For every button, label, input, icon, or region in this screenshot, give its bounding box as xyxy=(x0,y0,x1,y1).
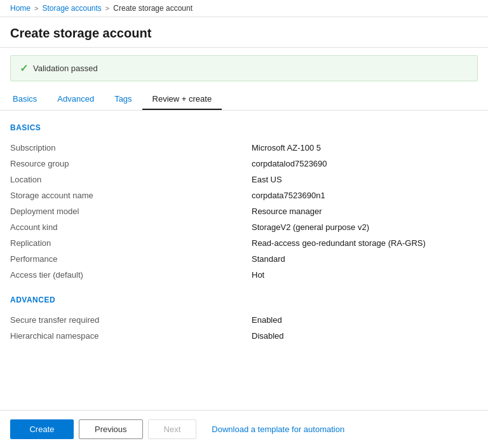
breadcrumb-bar: Home > Storage accounts > Create storage… xyxy=(0,0,488,17)
row-value: Read-access geo-redundant storage (RA-GR… xyxy=(252,238,478,248)
footer-bar: Create Previous Next Download a template… xyxy=(0,410,488,448)
tab-review-create[interactable]: Review + create xyxy=(142,89,222,110)
check-icon: ✓ xyxy=(20,62,28,74)
table-row: Deployment model Resource manager xyxy=(10,203,478,219)
tab-bar: Basics Advanced Tags Review + create xyxy=(0,89,488,111)
tab-tags[interactable]: Tags xyxy=(104,89,142,110)
table-row: Resource group corpdatalod7523690 xyxy=(10,156,478,172)
create-button[interactable]: Create xyxy=(10,419,74,439)
row-value: Standard xyxy=(252,254,478,264)
row-label: Hierarchical namespace xyxy=(10,331,252,341)
main-content: BASICS Subscription Microsoft AZ-100 5 R… xyxy=(0,111,488,369)
table-row: Secure transfer required Enabled xyxy=(10,312,478,328)
breadcrumb: Home > Storage accounts > Create storage… xyxy=(10,4,193,13)
previous-button[interactable]: Previous xyxy=(79,419,143,439)
validation-message: Validation passed xyxy=(33,64,98,73)
tab-advanced[interactable]: Advanced xyxy=(47,89,104,110)
next-button: Next xyxy=(148,419,197,439)
tab-basics[interactable]: Basics xyxy=(10,89,47,110)
table-row: Storage account name corpdata7523690n1 xyxy=(10,187,478,203)
row-label: Access tier (default) xyxy=(10,270,252,280)
breadcrumb-home[interactable]: Home xyxy=(10,4,30,13)
row-label: Resource group xyxy=(10,159,252,168)
row-value: corpdata7523690n1 xyxy=(252,191,478,200)
template-link[interactable]: Download a template for automation xyxy=(207,420,349,438)
advanced-table: Secure transfer required Enabled Hierarc… xyxy=(10,312,478,344)
row-value: Resource manager xyxy=(252,207,478,216)
row-label: Deployment model xyxy=(10,207,252,216)
row-label: Performance xyxy=(10,254,252,264)
table-row: Location East US xyxy=(10,172,478,187)
breadcrumb-sep-2: > xyxy=(105,4,109,12)
advanced-section-header: ADVANCED xyxy=(10,295,478,304)
page-header: Create storage account xyxy=(0,17,488,48)
row-label: Location xyxy=(10,175,252,184)
row-value: StorageV2 (general purpose v2) xyxy=(252,222,478,232)
row-value: Hot xyxy=(252,270,478,280)
row-label: Subscription xyxy=(10,143,252,153)
row-label: Replication xyxy=(10,238,252,248)
basics-section-header: BASICS xyxy=(10,123,478,132)
table-row: Hierarchical namespace Disabled xyxy=(10,328,478,344)
page-title: Create storage account xyxy=(10,26,478,41)
table-row: Access tier (default) Hot xyxy=(10,267,478,283)
breadcrumb-sep-1: > xyxy=(34,4,38,12)
row-value: East US xyxy=(252,175,478,184)
row-value: Microsoft AZ-100 5 xyxy=(252,143,478,153)
basics-table: Subscription Microsoft AZ-100 5 Resource… xyxy=(10,140,478,283)
row-label: Secure transfer required xyxy=(10,315,252,325)
row-label: Storage account name xyxy=(10,191,252,200)
table-row: Account kind StorageV2 (general purpose … xyxy=(10,219,478,235)
row-value: Enabled xyxy=(252,315,478,325)
breadcrumb-current: Create storage account xyxy=(113,4,193,13)
table-row: Performance Standard xyxy=(10,251,478,267)
breadcrumb-storage-accounts[interactable]: Storage accounts xyxy=(42,4,101,13)
validation-banner: ✓ Validation passed xyxy=(10,55,478,81)
row-value: corpdatalod7523690 xyxy=(252,159,478,168)
row-value: Disabled xyxy=(252,331,478,341)
row-label: Account kind xyxy=(10,222,252,232)
table-row: Subscription Microsoft AZ-100 5 xyxy=(10,140,478,156)
table-row: Replication Read-access geo-redundant st… xyxy=(10,235,478,251)
